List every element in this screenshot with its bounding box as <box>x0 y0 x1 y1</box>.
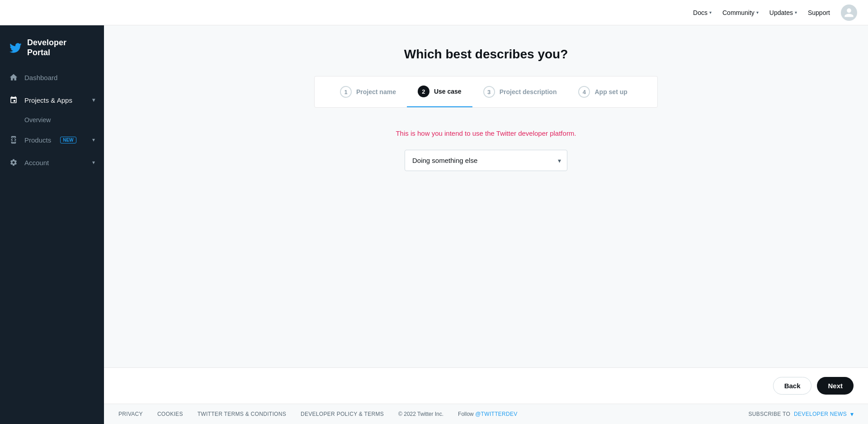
overview-label: Overview <box>24 116 51 124</box>
projects-chevron-icon: ▾ <box>92 97 95 103</box>
new-badge: NEW <box>60 137 76 143</box>
docs-nav-link[interactable]: Docs ▾ <box>693 9 712 16</box>
step-use-case[interactable]: 2 Use case <box>407 76 472 107</box>
products-chevron-icon: ▾ <box>92 137 95 143</box>
step-2-label: Use case <box>434 88 462 95</box>
community-nav-link[interactable]: Community ▾ <box>722 9 759 16</box>
step-1-circle: 1 <box>340 86 352 98</box>
account-icon <box>9 158 18 167</box>
sidebar-logo-text: Developer Portal <box>27 38 66 57</box>
footer-buttons: Back Next <box>104 367 868 404</box>
step-4-label: App set up <box>594 88 627 95</box>
use-case-dropdown[interactable]: Doing something else Building for person… <box>405 150 567 171</box>
docs-label: Docs <box>693 9 708 16</box>
support-nav-link[interactable]: Support <box>808 9 830 16</box>
step-project-name[interactable]: 1 Project name <box>329 77 407 107</box>
main-content: Which best describes you? 1 Project name… <box>104 25 868 424</box>
step-4-circle: 4 <box>578 86 590 98</box>
twitter-bird-icon <box>9 42 22 54</box>
sidebar-item-projects[interactable]: Projects & Apps ▾ <box>0 89 104 111</box>
use-case-description: This is how you intend to use the Twitte… <box>396 129 576 137</box>
subscribe-text: Subscribe to <box>749 411 791 417</box>
top-nav-links: Docs ▾ Community ▾ Updates ▾ Support <box>693 5 857 21</box>
products-icon <box>9 135 18 144</box>
step-1-label: Project name <box>356 88 396 95</box>
footer-follow: Follow @TWITTERDEV <box>458 411 518 417</box>
projects-icon <box>9 95 18 105</box>
subscribe-link[interactable]: Developer News <box>794 411 847 417</box>
sidebar-item-account[interactable]: Account ▾ <box>0 152 104 173</box>
account-chevron-icon: ▾ <box>92 159 95 166</box>
back-button[interactable]: Back <box>773 377 812 395</box>
step-2-circle: 2 <box>418 86 429 97</box>
use-case-dropdown-wrapper: Doing something else Building for person… <box>405 150 567 171</box>
sidebar: Developer Portal Dashboard Projects & Ap… <box>0 25 104 424</box>
sidebar-item-products[interactable]: Products NEW ▾ <box>0 129 104 151</box>
twitter-terms-link[interactable]: Twitter Terms & Conditions <box>198 411 286 417</box>
support-label: Support <box>808 9 830 16</box>
page-footer: Privacy Cookies Twitter Terms & Conditio… <box>104 404 868 424</box>
privacy-link[interactable]: Privacy <box>118 411 143 417</box>
main-layout: Developer Portal Dashboard Projects & Ap… <box>0 25 868 424</box>
community-label: Community <box>722 9 755 16</box>
projects-label: Projects & Apps <box>24 96 72 104</box>
top-navigation: Docs ▾ Community ▾ Updates ▾ Support <box>0 0 868 25</box>
step-app-setup[interactable]: 4 App set up <box>567 77 638 107</box>
sidebar-logo[interactable]: Developer Portal <box>0 33 104 67</box>
page-title: Which best describes you? <box>404 47 568 62</box>
next-button[interactable]: Next <box>817 377 854 395</box>
account-label: Account <box>24 159 49 167</box>
updates-chevron-icon: ▾ <box>795 10 797 15</box>
docs-chevron-icon: ▾ <box>709 10 712 15</box>
step-3-circle: 3 <box>483 86 495 98</box>
updates-nav-link[interactable]: Updates ▾ <box>769 9 797 16</box>
community-chevron-icon: ▾ <box>756 10 759 15</box>
developer-policy-link[interactable]: Developer Policy & Terms <box>301 411 384 417</box>
footer-expand-icon[interactable]: ▾ <box>850 410 854 418</box>
user-avatar-icon <box>844 7 854 18</box>
follow-handle-link[interactable]: @TWITTERDEV <box>475 411 517 417</box>
step-project-description[interactable]: 3 Project description <box>472 77 568 107</box>
sidebar-item-dashboard[interactable]: Dashboard <box>0 67 104 88</box>
sidebar-nav: Dashboard Projects & Apps ▾ Overview Pro… <box>0 67 104 173</box>
dashboard-label: Dashboard <box>24 74 57 81</box>
sidebar-subitem-overview[interactable]: Overview <box>0 112 104 128</box>
footer-copyright: © 2022 Twitter Inc. <box>398 411 443 417</box>
footer-subscribe: Subscribe to Developer News ▾ <box>749 410 854 418</box>
home-icon <box>9 73 18 82</box>
cookies-link[interactable]: Cookies <box>157 411 183 417</box>
updates-label: Updates <box>769 9 793 16</box>
user-avatar[interactable] <box>841 5 857 21</box>
products-label: Products <box>24 136 51 144</box>
step-3-label: Project description <box>500 88 557 95</box>
follow-prefix: Follow <box>458 411 474 417</box>
steps-bar: 1 Project name 2 Use case 3 Project desc… <box>314 76 658 108</box>
content-area: Which best describes you? 1 Project name… <box>104 25 868 367</box>
